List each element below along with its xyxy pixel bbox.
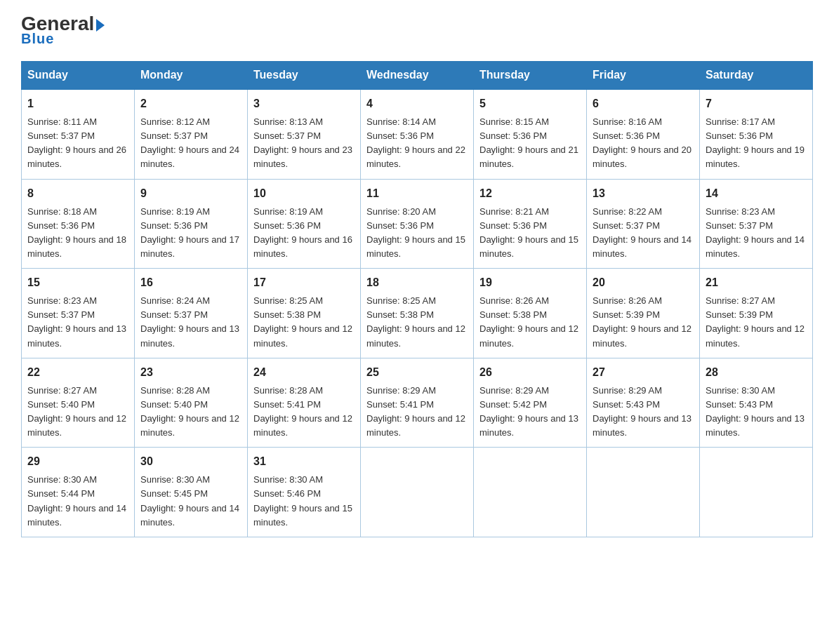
calendar-cell: 18 Sunrise: 8:25 AMSunset: 5:38 PMDaylig… xyxy=(361,269,474,358)
day-number: 26 xyxy=(479,364,581,381)
calendar-cell: 12 Sunrise: 8:21 AMSunset: 5:36 PMDaylig… xyxy=(474,179,587,269)
day-info: Sunrise: 8:29 AMSunset: 5:43 PMDaylight:… xyxy=(593,385,691,438)
calendar-cell: 22 Sunrise: 8:27 AMSunset: 5:40 PMDaylig… xyxy=(22,358,135,448)
col-header-tuesday: Tuesday xyxy=(248,62,361,90)
day-number: 20 xyxy=(593,274,694,291)
col-header-wednesday: Wednesday xyxy=(361,62,474,90)
calendar-week-5: 29 Sunrise: 8:30 AMSunset: 5:44 PMDaylig… xyxy=(22,448,813,537)
calendar-week-3: 15 Sunrise: 8:23 AMSunset: 5:37 PMDaylig… xyxy=(22,269,813,358)
calendar-cell: 9 Sunrise: 8:19 AMSunset: 5:36 PMDayligh… xyxy=(135,179,248,269)
calendar-cell: 8 Sunrise: 8:18 AMSunset: 5:36 PMDayligh… xyxy=(22,179,135,269)
day-number: 23 xyxy=(140,364,241,381)
calendar-cell: 4 Sunrise: 8:14 AMSunset: 5:36 PMDayligh… xyxy=(361,89,474,179)
calendar-cell: 25 Sunrise: 8:29 AMSunset: 5:41 PMDaylig… xyxy=(361,358,474,448)
calendar-cell: 1 Sunrise: 8:11 AMSunset: 5:37 PMDayligh… xyxy=(22,89,135,179)
day-info: Sunrise: 8:19 AMSunset: 5:36 PMDaylight:… xyxy=(253,206,352,259)
day-info: Sunrise: 8:13 AMSunset: 5:37 PMDaylight:… xyxy=(253,116,352,169)
day-number: 27 xyxy=(593,364,694,381)
calendar-cell: 2 Sunrise: 8:12 AMSunset: 5:37 PMDayligh… xyxy=(135,89,248,179)
day-info: Sunrise: 8:23 AMSunset: 5:37 PMDaylight:… xyxy=(706,206,805,259)
day-number: 10 xyxy=(253,185,355,202)
day-number: 6 xyxy=(593,95,694,112)
calendar-cell: 29 Sunrise: 8:30 AMSunset: 5:44 PMDaylig… xyxy=(22,448,135,537)
day-number: 25 xyxy=(366,364,468,381)
calendar-week-1: 1 Sunrise: 8:11 AMSunset: 5:37 PMDayligh… xyxy=(22,89,813,179)
calendar-cell: 10 Sunrise: 8:19 AMSunset: 5:36 PMDaylig… xyxy=(248,179,361,269)
day-number: 8 xyxy=(27,185,128,202)
day-number: 3 xyxy=(253,95,355,112)
day-number: 15 xyxy=(27,274,128,291)
calendar-week-4: 22 Sunrise: 8:27 AMSunset: 5:40 PMDaylig… xyxy=(22,358,813,448)
day-info: Sunrise: 8:30 AMSunset: 5:45 PMDaylight:… xyxy=(140,474,239,527)
col-header-saturday: Saturday xyxy=(700,62,813,90)
calendar-cell: 11 Sunrise: 8:20 AMSunset: 5:36 PMDaylig… xyxy=(361,179,474,269)
calendar-cell: 16 Sunrise: 8:24 AMSunset: 5:37 PMDaylig… xyxy=(135,269,248,358)
calendar-cell: 7 Sunrise: 8:17 AMSunset: 5:36 PMDayligh… xyxy=(700,89,813,179)
calendar-cell: 13 Sunrise: 8:22 AMSunset: 5:37 PMDaylig… xyxy=(587,179,700,269)
day-info: Sunrise: 8:30 AMSunset: 5:46 PMDaylight:… xyxy=(253,474,352,527)
day-number: 4 xyxy=(366,95,468,112)
logo-blue: Blue xyxy=(21,31,54,47)
calendar-cell: 23 Sunrise: 8:28 AMSunset: 5:40 PMDaylig… xyxy=(135,358,248,448)
col-header-monday: Monday xyxy=(135,62,248,90)
day-info: Sunrise: 8:30 AMSunset: 5:43 PMDaylight:… xyxy=(706,385,805,438)
day-info: Sunrise: 8:14 AMSunset: 5:36 PMDaylight:… xyxy=(366,116,465,169)
day-number: 2 xyxy=(140,95,241,112)
calendar-table: SundayMondayTuesdayWednesdayThursdayFrid… xyxy=(21,61,813,537)
calendar-cell: 21 Sunrise: 8:27 AMSunset: 5:39 PMDaylig… xyxy=(700,269,813,358)
calendar-cell: 14 Sunrise: 8:23 AMSunset: 5:37 PMDaylig… xyxy=(700,179,813,269)
calendar-cell xyxy=(474,448,587,537)
day-number: 17 xyxy=(253,274,355,291)
calendar-cell xyxy=(700,448,813,537)
col-header-friday: Friday xyxy=(587,62,700,90)
day-info: Sunrise: 8:23 AMSunset: 5:37 PMDaylight:… xyxy=(27,295,126,348)
day-number: 13 xyxy=(593,185,694,202)
logo: General Blue xyxy=(21,14,105,47)
day-info: Sunrise: 8:24 AMSunset: 5:37 PMDaylight:… xyxy=(140,295,239,348)
calendar-cell xyxy=(361,448,474,537)
day-info: Sunrise: 8:28 AMSunset: 5:41 PMDaylight:… xyxy=(253,385,352,438)
day-info: Sunrise: 8:21 AMSunset: 5:36 PMDaylight:… xyxy=(479,206,578,259)
day-info: Sunrise: 8:30 AMSunset: 5:44 PMDaylight:… xyxy=(27,474,126,527)
day-info: Sunrise: 8:29 AMSunset: 5:42 PMDaylight:… xyxy=(479,385,578,438)
day-info: Sunrise: 8:12 AMSunset: 5:37 PMDaylight:… xyxy=(140,116,239,169)
col-header-sunday: Sunday xyxy=(22,62,135,90)
calendar-cell: 30 Sunrise: 8:30 AMSunset: 5:45 PMDaylig… xyxy=(135,448,248,537)
day-info: Sunrise: 8:15 AMSunset: 5:36 PMDaylight:… xyxy=(479,116,578,169)
day-number: 30 xyxy=(140,453,241,470)
day-info: Sunrise: 8:25 AMSunset: 5:38 PMDaylight:… xyxy=(366,295,465,348)
calendar-cell: 28 Sunrise: 8:30 AMSunset: 5:43 PMDaylig… xyxy=(700,358,813,448)
day-number: 1 xyxy=(27,95,128,112)
calendar-cell: 31 Sunrise: 8:30 AMSunset: 5:46 PMDaylig… xyxy=(248,448,361,537)
day-info: Sunrise: 8:26 AMSunset: 5:38 PMDaylight:… xyxy=(479,295,578,348)
day-info: Sunrise: 8:18 AMSunset: 5:36 PMDaylight:… xyxy=(27,206,126,259)
day-info: Sunrise: 8:25 AMSunset: 5:38 PMDaylight:… xyxy=(253,295,352,348)
calendar-week-2: 8 Sunrise: 8:18 AMSunset: 5:36 PMDayligh… xyxy=(22,179,813,269)
day-number: 11 xyxy=(366,185,468,202)
day-number: 14 xyxy=(706,185,807,202)
calendar-cell: 19 Sunrise: 8:26 AMSunset: 5:38 PMDaylig… xyxy=(474,269,587,358)
calendar-cell: 20 Sunrise: 8:26 AMSunset: 5:39 PMDaylig… xyxy=(587,269,700,358)
calendar-header-row: SundayMondayTuesdayWednesdayThursdayFrid… xyxy=(22,62,813,90)
calendar-cell: 27 Sunrise: 8:29 AMSunset: 5:43 PMDaylig… xyxy=(587,358,700,448)
day-info: Sunrise: 8:22 AMSunset: 5:37 PMDaylight:… xyxy=(593,206,691,259)
day-info: Sunrise: 8:20 AMSunset: 5:36 PMDaylight:… xyxy=(366,206,465,259)
calendar-cell: 15 Sunrise: 8:23 AMSunset: 5:37 PMDaylig… xyxy=(22,269,135,358)
day-number: 16 xyxy=(140,274,241,291)
calendar-cell xyxy=(587,448,700,537)
calendar-cell: 26 Sunrise: 8:29 AMSunset: 5:42 PMDaylig… xyxy=(474,358,587,448)
day-number: 21 xyxy=(706,274,807,291)
col-header-thursday: Thursday xyxy=(474,62,587,90)
day-info: Sunrise: 8:28 AMSunset: 5:40 PMDaylight:… xyxy=(140,385,239,438)
day-number: 5 xyxy=(479,95,581,112)
day-number: 24 xyxy=(253,364,355,381)
calendar-cell: 6 Sunrise: 8:16 AMSunset: 5:36 PMDayligh… xyxy=(587,89,700,179)
day-number: 28 xyxy=(706,364,807,381)
day-info: Sunrise: 8:11 AMSunset: 5:37 PMDaylight:… xyxy=(27,116,126,169)
day-number: 19 xyxy=(479,274,581,291)
day-info: Sunrise: 8:16 AMSunset: 5:36 PMDaylight:… xyxy=(593,116,691,169)
page-header: General Blue xyxy=(21,14,813,47)
day-info: Sunrise: 8:17 AMSunset: 5:36 PMDaylight:… xyxy=(706,116,805,169)
calendar-cell: 5 Sunrise: 8:15 AMSunset: 5:36 PMDayligh… xyxy=(474,89,587,179)
day-info: Sunrise: 8:27 AMSunset: 5:39 PMDaylight:… xyxy=(706,295,805,348)
